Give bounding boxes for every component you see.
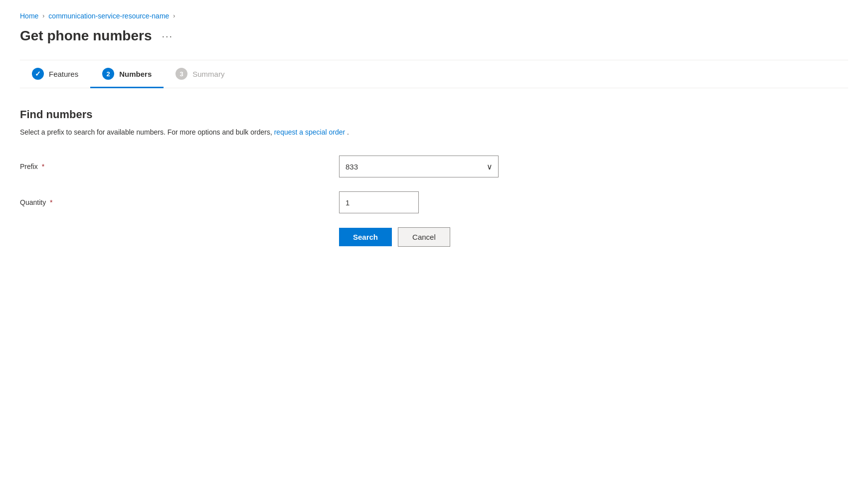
tab-features[interactable]: ✓ Features bbox=[20, 61, 90, 88]
prefix-row: Prefix * 800 833 844 855 866 877 888 ∨ bbox=[20, 156, 848, 177]
more-options-button[interactable]: ··· bbox=[158, 28, 177, 44]
checkmark-icon: ✓ bbox=[35, 70, 41, 78]
section-title: Find numbers bbox=[20, 108, 848, 121]
search-button[interactable]: Search bbox=[339, 228, 392, 246]
cancel-button[interactable]: Cancel bbox=[398, 227, 450, 247]
tab-numbers-badge-text: 2 bbox=[107, 70, 110, 78]
prefix-select[interactable]: 800 833 844 855 866 877 888 bbox=[339, 156, 499, 177]
quantity-input[interactable] bbox=[339, 191, 419, 213]
tab-bar: ✓ Features 2 Numbers 3 Summary bbox=[20, 60, 848, 88]
description-suffix: . bbox=[347, 128, 349, 136]
tab-numbers-label: Numbers bbox=[119, 70, 152, 78]
special-order-link[interactable]: request a special order bbox=[274, 128, 345, 136]
tab-features-badge: ✓ bbox=[32, 68, 44, 80]
section-description: Select a prefix to search for available … bbox=[20, 127, 848, 138]
page-title-row: Get phone numbers ··· bbox=[20, 28, 848, 44]
quantity-label: Quantity * bbox=[20, 198, 339, 206]
tab-numbers[interactable]: 2 Numbers bbox=[90, 61, 164, 88]
quantity-row: Quantity * bbox=[20, 191, 848, 213]
breadcrumb-service[interactable]: communication-service-resource-name bbox=[48, 12, 169, 20]
prefix-select-wrapper: 800 833 844 855 866 877 888 ∨ bbox=[339, 156, 499, 177]
button-row: Search Cancel bbox=[20, 227, 848, 247]
page-title: Get phone numbers bbox=[20, 28, 152, 44]
find-numbers-section: Find numbers Select a prefix to search f… bbox=[20, 108, 848, 247]
breadcrumb: Home › communication-service-resource-na… bbox=[20, 12, 848, 20]
breadcrumb-home[interactable]: Home bbox=[20, 12, 38, 20]
prefix-label: Prefix * bbox=[20, 162, 339, 170]
description-prefix: Select a prefix to search for available … bbox=[20, 128, 272, 136]
breadcrumb-separator-1: › bbox=[42, 12, 44, 19]
tab-summary-badge: 3 bbox=[175, 68, 187, 80]
quantity-required: * bbox=[48, 198, 52, 206]
prefix-required: * bbox=[40, 162, 44, 170]
tab-features-label: Features bbox=[49, 70, 78, 78]
breadcrumb-separator-2: › bbox=[173, 12, 175, 19]
tab-summary-badge-text: 3 bbox=[180, 70, 183, 78]
tab-summary-label: Summary bbox=[192, 70, 224, 78]
tab-summary: 3 Summary bbox=[164, 61, 236, 88]
tab-numbers-badge: 2 bbox=[102, 68, 114, 80]
